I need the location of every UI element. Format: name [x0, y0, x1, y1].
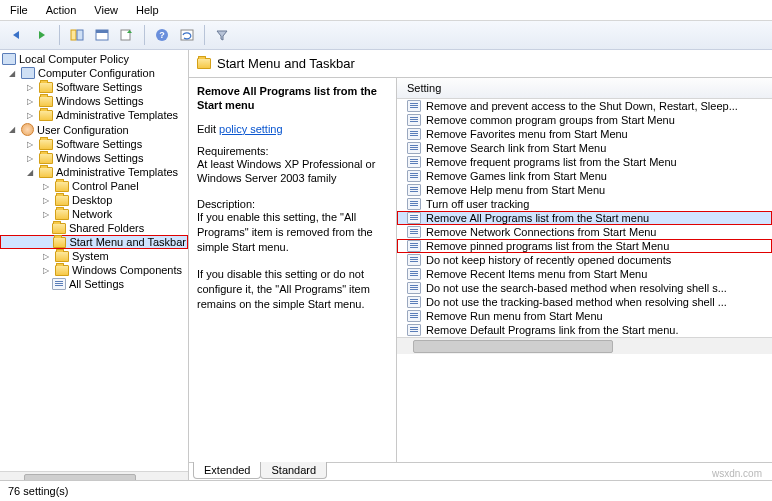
tree-label: Software Settings [56, 81, 142, 93]
list-hscroll[interactable] [397, 337, 772, 354]
main-split: Local Computer Policy ◢ Computer Configu… [0, 50, 772, 480]
tree-computer-config[interactable]: ◢ Computer Configuration [0, 66, 188, 80]
tree-shared-folders[interactable]: Shared Folders [0, 221, 188, 235]
tree-admin-templates-u[interactable]: ◢Administrative Templates [0, 165, 188, 179]
setting-row[interactable]: Do not keep history of recently opened d… [397, 253, 772, 267]
expand-icon[interactable]: ▷ [24, 95, 36, 107]
status-bar: 76 setting(s) [0, 480, 772, 501]
expand-icon[interactable]: ▷ [40, 250, 52, 262]
setting-row[interactable]: Remove Recent Items menu from Start Menu [397, 267, 772, 281]
tree-software-settings-u[interactable]: ▷Software Settings [0, 137, 188, 151]
tree-hscroll[interactable] [0, 471, 188, 480]
setting-label: Remove Search link from Start Menu [426, 142, 606, 154]
setting-label: Remove pinned programs list from the Sta… [426, 240, 669, 252]
setting-row[interactable]: Remove Default Programs link from the St… [397, 323, 772, 337]
tree-all-settings[interactable]: All Settings [0, 277, 188, 291]
setting-icon [407, 226, 421, 238]
setting-icon [407, 282, 421, 294]
setting-row[interactable]: Remove Search link from Start Menu [397, 141, 772, 155]
folder-icon [39, 153, 53, 164]
tree-desktop[interactable]: ▷Desktop [0, 193, 188, 207]
setting-label: Do not use the tracking-based method whe… [426, 296, 727, 308]
tree-label: Windows Settings [56, 152, 143, 164]
expand-icon[interactable]: ▷ [40, 194, 52, 206]
setting-row[interactable]: Remove common program groups from Start … [397, 113, 772, 127]
settings-list-pane[interactable]: Setting Remove and prevent access to the… [397, 78, 772, 462]
tab-extended[interactable]: Extended [193, 462, 261, 479]
expand-icon[interactable]: ▷ [24, 81, 36, 93]
forward-button[interactable] [31, 24, 53, 46]
setting-row[interactable]: Do not use the search-based method when … [397, 281, 772, 295]
edit-prefix: Edit [197, 123, 219, 135]
tree-admin-templates[interactable]: ▷Administrative Templates [0, 108, 188, 122]
collapse-icon[interactable]: ◢ [6, 67, 18, 79]
policy-icon [2, 53, 16, 65]
tree-pane[interactable]: Local Computer Policy ◢ Computer Configu… [0, 50, 189, 480]
tree-label: Shared Folders [69, 222, 144, 234]
folder-icon [52, 223, 66, 234]
setting-row[interactable]: Remove Help menu from Start Menu [397, 183, 772, 197]
menu-view[interactable]: View [94, 4, 118, 16]
refresh-button[interactable] [176, 24, 198, 46]
setting-row[interactable]: Remove Network Connections from Start Me… [397, 225, 772, 239]
setting-icon [407, 212, 421, 224]
tree-system[interactable]: ▷System [0, 249, 188, 263]
setting-label: Remove common program groups from Start … [426, 114, 675, 126]
setting-icon [407, 198, 421, 210]
setting-row[interactable]: Do not use the tracking-based method whe… [397, 295, 772, 309]
tree-software-settings[interactable]: ▷Software Settings [0, 80, 188, 94]
tree-windows-settings-u[interactable]: ▷Windows Settings [0, 151, 188, 165]
tree-control-panel[interactable]: ▷Control Panel [0, 179, 188, 193]
tree-root[interactable]: Local Computer Policy [0, 52, 188, 66]
help-button[interactable]: ? [151, 24, 173, 46]
setting-label: Remove Games link from Start Menu [426, 170, 607, 182]
folder-icon [197, 58, 211, 69]
menu-action[interactable]: Action [46, 4, 77, 16]
tree-label: Administrative Templates [56, 109, 178, 121]
tab-standard[interactable]: Standard [260, 462, 327, 479]
show-hide-tree-button[interactable] [66, 24, 88, 46]
tree-network[interactable]: ▷Network [0, 207, 188, 221]
tree-label: Computer Configuration [38, 67, 155, 79]
column-header-setting[interactable]: Setting [397, 78, 772, 99]
setting-label: Remove and prevent access to the Shut Do… [426, 100, 738, 112]
menu-file[interactable]: File [10, 4, 28, 16]
edit-policy-link[interactable]: policy setting [219, 123, 283, 135]
setting-icon [407, 114, 421, 126]
tree-windows-components[interactable]: ▷Windows Components [0, 263, 188, 277]
expand-icon[interactable]: ▷ [40, 208, 52, 220]
expand-icon[interactable]: ▷ [40, 264, 52, 276]
setting-row[interactable]: Remove All Programs list from the Start … [397, 211, 772, 225]
tree-start-menu-taskbar[interactable]: Start Menu and Taskbar [0, 235, 188, 249]
expand-icon[interactable]: ▷ [40, 180, 52, 192]
tree-label: Windows Components [72, 264, 182, 276]
filter-button[interactable] [211, 24, 233, 46]
setting-row[interactable]: Remove pinned programs list from the Sta… [397, 239, 772, 253]
setting-row[interactable]: Remove and prevent access to the Shut Do… [397, 99, 772, 113]
tree-user-config[interactable]: ◢ User Configuration [0, 122, 188, 137]
setting-icon [407, 170, 421, 182]
description-text-2: If you disable this setting or do not co… [197, 267, 388, 312]
setting-row[interactable]: Remove Favorites menu from Start Menu [397, 127, 772, 141]
setting-row[interactable]: Remove frequent programs list from the S… [397, 155, 772, 169]
setting-label: Remove All Programs list from the Start … [426, 212, 649, 224]
folder-icon [39, 110, 53, 121]
properties-button[interactable] [91, 24, 113, 46]
svg-rect-0 [71, 30, 76, 40]
menu-help[interactable]: Help [136, 4, 159, 16]
description-pane: Remove All Programs list from the Start … [189, 78, 397, 462]
export-list-button[interactable] [116, 24, 138, 46]
tree-windows-settings[interactable]: ▷Windows Settings [0, 94, 188, 108]
setting-row[interactable]: Turn off user tracking [397, 197, 772, 211]
back-button[interactable] [6, 24, 28, 46]
setting-icon [407, 128, 421, 140]
expand-icon[interactable]: ▷ [24, 109, 36, 121]
setting-icon [407, 142, 421, 154]
collapse-icon[interactable]: ◢ [24, 166, 36, 178]
setting-row[interactable]: Remove Run menu from Start Menu [397, 309, 772, 323]
setting-row[interactable]: Remove Games link from Start Menu [397, 169, 772, 183]
folder-icon [39, 139, 53, 150]
expand-icon[interactable]: ▷ [24, 152, 36, 164]
expand-icon[interactable]: ▷ [24, 138, 36, 150]
collapse-icon[interactable]: ◢ [6, 124, 18, 136]
